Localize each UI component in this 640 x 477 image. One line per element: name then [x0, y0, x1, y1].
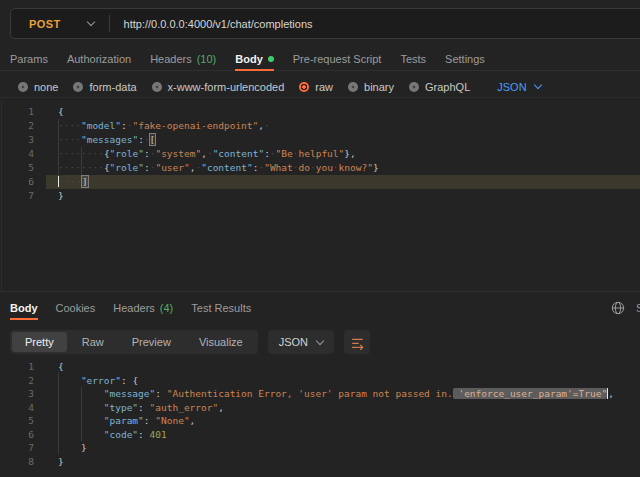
clipped-status-text: S [636, 302, 640, 314]
tab-params[interactable]: Params [10, 47, 48, 70]
response-tabs: BodyCookiesHeaders(4)Test Results [0, 297, 640, 319]
method-selector[interactable]: POST [11, 9, 109, 38]
body-type-x-www-form-urlencoded[interactable]: x-www-form-urlencoded [152, 81, 285, 93]
code-line[interactable]: 2 "error": { [0, 374, 640, 388]
radio-label: GraphQL [425, 81, 470, 93]
line-number: 7 [0, 189, 46, 203]
response-tabbar-right: S [610, 297, 640, 319]
view-pretty[interactable]: Pretty [12, 332, 67, 352]
line-number: 4 [0, 147, 46, 161]
tab-test-results[interactable]: Test Results [191, 297, 251, 319]
code-content: } [46, 441, 640, 455]
code-content: ········{"role":·"user",·"content":·"Wha… [46, 161, 640, 175]
code-content: ········{"role":·"system",·"content":·"B… [46, 147, 640, 161]
tab-label: Body [10, 302, 38, 314]
tab-label: Headers [113, 302, 155, 314]
language-label: JSON [497, 81, 526, 93]
code-content: "type": "auth_error", [46, 401, 640, 415]
code-content: "error": { [46, 374, 640, 388]
wrap-lines-icon [349, 334, 365, 350]
tab-tests[interactable]: Tests [400, 47, 426, 70]
code-line[interactable]: 8} [0, 455, 640, 469]
line-number: 7 [0, 441, 46, 455]
response-view-switcher: PrettyRawPreviewVisualize [10, 330, 258, 354]
divider [0, 97, 640, 98]
code-line[interactable]: 1{ [0, 360, 640, 374]
response-toolbar: PrettyRawPreviewVisualize JSON [10, 330, 640, 354]
tab-label: Authorization [67, 53, 131, 65]
chevron-down-icon [533, 81, 541, 89]
line-number: 8 [0, 455, 46, 469]
code-line[interactable]: 6 "code": 401 [0, 428, 640, 442]
code-line[interactable]: 3····"messages":·[ [0, 133, 640, 147]
code-line[interactable]: 5········{"role":·"user",·"content":·"Wh… [0, 161, 640, 175]
selected-text: 'enforce_user_param'=True" [453, 388, 607, 399]
body-type-none[interactable]: none [18, 81, 58, 93]
radio-icon [18, 82, 28, 92]
tab-body[interactable]: Body [10, 297, 38, 319]
code-content: { [46, 360, 640, 374]
body-type-form-data[interactable]: form-data [73, 81, 136, 93]
body-type-raw[interactable]: raw [299, 81, 333, 93]
tab-label: Pre-request Script [293, 53, 382, 65]
tab-label: Settings [445, 53, 485, 65]
tab-headers[interactable]: Headers(4) [113, 297, 173, 319]
tab-headers[interactable]: Headers(10) [150, 47, 216, 70]
tab-count-badge: (4) [160, 302, 173, 314]
code-line[interactable]: 1{ [0, 105, 640, 119]
line-number: 5 [0, 161, 46, 175]
code-line[interactable]: 4 "type": "auth_error", [0, 401, 640, 415]
tab-label: Tests [400, 53, 426, 65]
globe-icon[interactable] [610, 300, 626, 316]
view-raw[interactable]: Raw [69, 332, 117, 352]
request-tabs: ParamsAuthorizationHeaders(10)BodyPre-re… [0, 47, 640, 71]
tab-label: Body [235, 53, 263, 65]
view-preview[interactable]: Preview [119, 332, 184, 352]
code-line[interactable]: 7} [0, 189, 640, 203]
tab-authorization[interactable]: Authorization [67, 47, 131, 70]
view-visualize[interactable]: Visualize [186, 332, 256, 352]
radio-icon [348, 82, 358, 92]
language-selector[interactable]: JSON [497, 81, 540, 93]
response-body-editor[interactable]: 1{2 "error": {3 "message": "Authenticati… [0, 356, 640, 477]
code-content: ····"model":·"fake-openai-endpoint",· [46, 119, 640, 133]
request-body-editor[interactable]: 1{2····"model":·"fake-openai-endpoint",·… [0, 100, 640, 215]
wrap-lines-button[interactable] [344, 330, 370, 354]
code-content: "code": 401 [46, 428, 640, 442]
code-content: ····] [46, 175, 640, 189]
tab-label: Cookies [56, 302, 96, 314]
tab-pre-request-script[interactable]: Pre-request Script [293, 47, 382, 70]
tab-settings[interactable]: Settings [445, 47, 485, 70]
code-content: ····"messages":·[ [46, 133, 640, 147]
tab-cookies[interactable]: Cookies [56, 297, 96, 319]
code-line[interactable]: 7 } [0, 441, 640, 455]
code-line[interactable]: 3 "message": "Authentication Error, 'use… [0, 387, 640, 401]
panel-divider[interactable] [0, 291, 640, 292]
body-type-row: noneform-datax-www-form-urlencodedrawbin… [0, 75, 640, 98]
code-content: { [46, 105, 640, 119]
radio-label: raw [315, 81, 333, 93]
tab-label: Test Results [191, 302, 251, 314]
chevron-down-icon [316, 336, 324, 344]
code-line[interactable]: 6····] [0, 175, 640, 189]
body-type-binary[interactable]: binary [348, 81, 394, 93]
line-number: 5 [0, 414, 46, 428]
tab-label: Headers [150, 53, 192, 65]
code-line[interactable]: 5 "param": "None", [0, 414, 640, 428]
line-number: 3 [0, 133, 46, 147]
request-url-bar: POST http://0.0.0.0:4000/v1/chat/complet… [10, 8, 640, 39]
code-line[interactable]: 4········{"role":·"system",·"content":·"… [0, 147, 640, 161]
tab-count-badge: (10) [197, 53, 217, 65]
line-number: 2 [0, 119, 46, 133]
tab-body[interactable]: Body [235, 47, 274, 70]
url-input[interactable]: http://0.0.0.0:4000/v1/chat/completions [110, 18, 313, 30]
radio-label: binary [364, 81, 394, 93]
line-number: 6 [0, 428, 46, 442]
code-line[interactable]: 2····"model":·"fake-openai-endpoint",· [0, 119, 640, 133]
line-number: 6 [0, 175, 46, 189]
unsaved-changes-dot-icon [268, 56, 274, 62]
tab-label: Params [10, 53, 48, 65]
response-language-selector[interactable]: JSON [268, 330, 334, 354]
body-type-graphql[interactable]: GraphQL [409, 81, 470, 93]
method-label: POST [29, 18, 61, 30]
